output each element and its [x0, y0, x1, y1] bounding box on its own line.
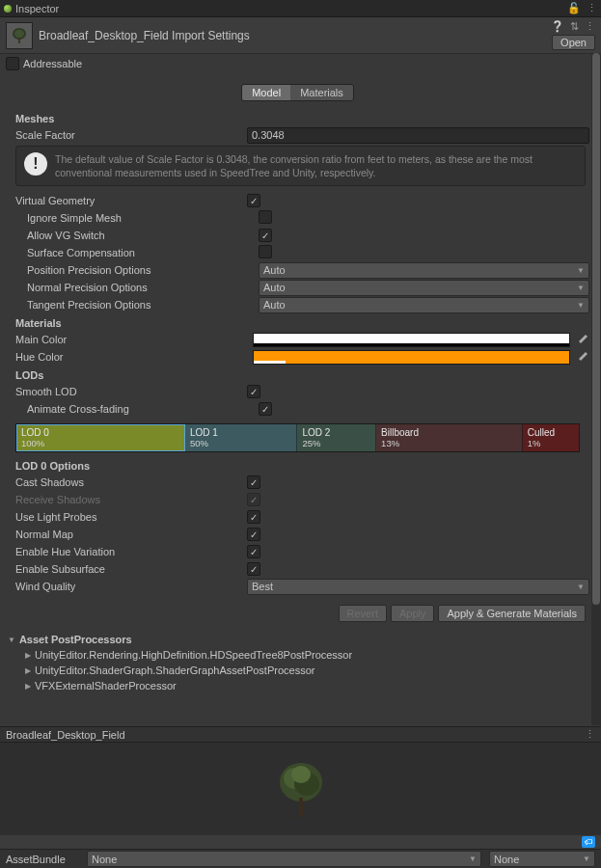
asset-title: Broadleaf_Desktop_Field Import Settings [39, 29, 250, 42]
chevron-down-icon: ▼ [577, 284, 585, 292]
asset-bundle-name-dropdown[interactable]: None▼ [87, 851, 481, 867]
chevron-down-icon: ▼ [583, 854, 590, 863]
revert-button[interactable]: Revert [339, 605, 387, 622]
normal-precision-dropdown[interactable]: Auto▼ [259, 280, 589, 296]
header-menu-icon[interactable]: ⋮ [585, 20, 595, 33]
asset-label-icon[interactable]: 🏷 [582, 836, 595, 848]
ignore-simple-mesh-checkbox[interactable] [259, 210, 272, 224]
preview-menu-icon[interactable]: ⋮ [585, 728, 595, 741]
tree-preview-icon [272, 755, 330, 823]
asset-thumbnail-icon [6, 22, 33, 49]
apply-generate-button[interactable]: Apply & Generate Materials [438, 605, 586, 622]
import-tabs: Model Materials [241, 84, 354, 101]
apply-button[interactable]: Apply [391, 605, 435, 622]
lod-segment-0[interactable]: LOD 0100% [16, 424, 185, 451]
post-processor-item[interactable]: ▶VFXExternalShaderProcessor [6, 678, 589, 693]
window-titlebar: Inspector 🔓 ⋮ [0, 0, 601, 17]
enable-hue-variation-checkbox[interactable] [247, 545, 260, 558]
lock-icon[interactable]: 🔓 [567, 2, 581, 14]
wind-quality-dropdown[interactable]: Best▼ [247, 579, 589, 595]
panel-menu-icon[interactable]: ⋮ [587, 2, 597, 14]
foldout-arrow-icon: ▶ [25, 666, 31, 675]
info-icon: ! [24, 152, 47, 176]
surface-compensation-label: Surface Compensation [27, 247, 259, 258]
lod-bar[interactable]: LOD 0100% LOD 150% LOD 225% Billboard13%… [15, 423, 580, 452]
position-precision-dropdown[interactable]: Auto▼ [259, 262, 589, 279]
smooth-lod-checkbox[interactable] [247, 385, 260, 398]
tab-materials[interactable]: Materials [290, 85, 353, 100]
position-precision-label: Position Precision Options [27, 264, 259, 276]
tab-model[interactable]: Model [242, 85, 290, 100]
receive-shadows-checkbox [247, 493, 260, 506]
svg-point-1 [14, 29, 24, 37]
preset-icon[interactable]: ⇅ [570, 20, 579, 33]
open-button[interactable]: Open [552, 35, 595, 50]
enable-subsurface-checkbox[interactable] [247, 562, 260, 576]
eyedropper-icon[interactable] [576, 350, 589, 364]
lod-segment-1[interactable]: LOD 150% [185, 424, 298, 451]
preview-header[interactable]: Broadleaf_Desktop_Field ⋮ [0, 726, 601, 743]
lod-segment-2[interactable]: LOD 225% [297, 424, 376, 451]
section-lods: LODs [15, 369, 589, 381]
scale-factor-label: Scale Factor [15, 129, 247, 141]
scale-factor-info: ! The default value of Scale Factor is 0… [15, 146, 586, 186]
chevron-down-icon: ▼ [577, 266, 585, 275]
use-light-probes-label: Use Light Probes [15, 511, 247, 523]
animate-crossfading-label: Animate Cross-fading [27, 403, 259, 415]
addressable-label: Addressable [23, 58, 82, 69]
asset-header: Broadleaf_Desktop_Field Import Settings … [0, 17, 601, 54]
post-processor-item[interactable]: ▶UnityEditor.Rendering.HighDefinition.HD… [6, 647, 589, 663]
virtual-geometry-label: Virtual Geometry [15, 195, 247, 206]
use-light-probes-checkbox[interactable] [247, 510, 260, 524]
lod-segment-culled[interactable]: Culled1% [523, 424, 579, 451]
chevron-down-icon: ▼ [577, 583, 585, 591]
asset-bundle-bar: AssetBundle None▼ None▼ [0, 849, 601, 868]
main-color-label: Main Color [15, 334, 247, 345]
section-meshes: Meshes [15, 113, 589, 124]
wind-quality-label: Wind Quality [15, 581, 247, 592]
section-lod0-options: LOD 0 Options [15, 460, 589, 472]
tangent-precision-dropdown[interactable]: Auto▼ [259, 297, 589, 313]
help-icon[interactable]: ❔ [551, 20, 564, 33]
cast-shadows-label: Cast Shadows [15, 476, 247, 488]
scale-factor-input[interactable] [247, 127, 589, 144]
post-processor-item[interactable]: ▶UnityEditor.ShaderGraph.ShaderGraphAsse… [6, 663, 589, 678]
ignore-simple-mesh-label: Ignore Simple Mesh [27, 212, 259, 224]
vertical-scrollbar[interactable] [591, 53, 601, 725]
addressable-checkbox[interactable] [6, 57, 19, 70]
enable-hue-variation-label: Enable Hue Variation [15, 546, 247, 557]
foldout-arrow-icon: ▶ [25, 651, 31, 660]
chevron-down-icon: ▼ [469, 854, 477, 863]
hue-color-swatch[interactable] [253, 350, 570, 365]
asset-preview[interactable] [0, 743, 601, 835]
eyedropper-icon[interactable] [576, 333, 589, 346]
allow-vg-switch-checkbox[interactable] [259, 229, 272, 242]
enable-subsurface-label: Enable Subsurface [15, 563, 247, 575]
tangent-precision-label: Tangent Precision Options [27, 299, 259, 311]
smooth-lod-label: Smooth LOD [15, 386, 247, 397]
chevron-down-icon: ▼ [577, 301, 585, 310]
animate-crossfading-checkbox[interactable] [259, 402, 272, 416]
svg-rect-7 [299, 798, 303, 817]
normal-precision-label: Normal Precision Options [27, 282, 259, 293]
surface-compensation-checkbox[interactable] [259, 245, 272, 258]
hue-color-label: Hue Color [15, 351, 247, 363]
main-color-swatch[interactable] [253, 333, 570, 347]
unity-logo-icon [4, 5, 12, 13]
post-processors-foldout[interactable]: ▼ Asset PostProcessors [6, 632, 589, 647]
normal-map-checkbox[interactable] [247, 528, 260, 541]
foldout-arrow-icon: ▼ [8, 636, 15, 644]
scrollbar-thumb[interactable] [592, 53, 600, 605]
section-materials: Materials [15, 317, 589, 329]
receive-shadows-label: Receive Shadows [15, 494, 247, 505]
inspector-tab-title[interactable]: Inspector [15, 3, 59, 14]
virtual-geometry-checkbox[interactable] [247, 194, 260, 207]
lod-segment-billboard[interactable]: Billboard13% [376, 424, 523, 451]
cast-shadows-checkbox[interactable] [247, 475, 260, 489]
svg-point-6 [291, 766, 311, 783]
allow-vg-switch-label: Allow VG Switch [27, 230, 259, 241]
asset-label-strip: 🏷 [0, 835, 601, 849]
preview-title: Broadleaf_Desktop_Field [6, 729, 125, 741]
info-text: The default value of Scale Factor is 0.3… [55, 152, 577, 179]
asset-bundle-variant-dropdown[interactable]: None▼ [489, 851, 595, 867]
